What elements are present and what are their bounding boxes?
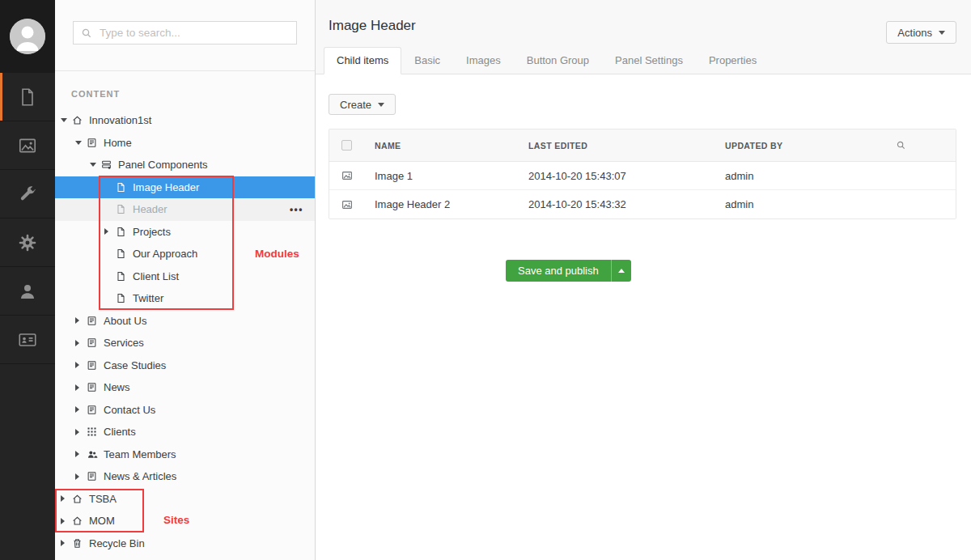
rail-item-members[interactable]	[0, 316, 55, 364]
tree-item-tsba[interactable]: TSBA	[55, 488, 315, 511]
expander-chevron-right-icon[interactable]	[75, 340, 86, 346]
tree-item-home[interactable]: Home	[55, 132, 315, 155]
tree-item-projects[interactable]: Projects	[55, 221, 315, 244]
cell-last-edited: 2014-10-20 15:43:07	[528, 170, 725, 182]
rail-item-users[interactable]	[0, 267, 55, 316]
tree-item-label: About Us	[104, 315, 146, 327]
expander-chevron-right-icon[interactable]	[61, 518, 71, 524]
cell-name[interactable]: Image 1	[375, 170, 528, 182]
rail-item-content[interactable]	[0, 73, 55, 121]
expander-chevron-right-icon[interactable]	[75, 473, 86, 480]
home-icon	[71, 115, 83, 126]
search-input[interactable]	[98, 26, 289, 40]
expander-chevron-down-icon[interactable]	[61, 118, 71, 122]
cell-updated-by: admin	[725, 198, 896, 210]
table-search-icon[interactable]	[896, 140, 906, 151]
tab-properties[interactable]: Properties	[696, 47, 770, 74]
content-tree-sidebar: CONTENT Innovation1stHomePanel Component…	[55, 0, 316, 560]
rail-item-settings[interactable]	[0, 170, 55, 218]
expander-chevron-right-icon[interactable]	[61, 495, 71, 502]
cell-updated-by: admin	[725, 170, 896, 182]
table-row[interactable]: Image Header 22014-10-20 15:43:32admin	[329, 190, 956, 218]
item-options-button[interactable]: •••	[290, 204, 303, 215]
expander-chevron-right-icon[interactable]	[75, 451, 86, 457]
expander-chevron-down-icon[interactable]	[75, 141, 86, 145]
rail-item-media[interactable]	[0, 121, 55, 170]
tree-item-image-header[interactable]: Image Header	[55, 176, 315, 199]
expander-chevron-right-icon[interactable]	[61, 540, 71, 546]
panels-icon	[100, 159, 112, 171]
expander-chevron-right-icon[interactable]	[75, 362, 86, 368]
article-icon	[86, 137, 98, 148]
tree-item-label: Image Header	[133, 181, 199, 193]
expander-chevron-right-icon[interactable]	[75, 406, 86, 413]
tree-item-clients[interactable]: Clients	[55, 421, 315, 443]
footer-actions: Save and publish	[329, 260, 956, 282]
article-icon	[86, 337, 98, 349]
tab-basic[interactable]: Basic	[401, 47, 453, 74]
tree-item-case-studies[interactable]: Case Studies	[55, 354, 315, 377]
tree-item-label: Projects	[133, 226, 171, 238]
tree-item-twitter[interactable]: Twitter	[55, 287, 315, 310]
expander-chevron-right-icon[interactable]	[75, 317, 86, 324]
actions-button[interactable]: Actions	[886, 21, 956, 44]
article-icon	[86, 404, 98, 415]
image-doc-icon	[341, 170, 353, 181]
editor-body: Create NAME LAST EDITED UPDATED BY	[316, 74, 971, 560]
save-and-publish-button[interactable]: Save and publish	[506, 260, 631, 282]
doc-icon	[115, 248, 127, 260]
rail-item-developer[interactable]	[0, 218, 55, 267]
tree-item-our-approach[interactable]: Our Approach	[55, 243, 315, 265]
tree-item-header[interactable]: Header•••	[55, 198, 315, 221]
trash-icon	[71, 537, 83, 549]
expander-chevron-right-icon[interactable]	[75, 384, 86, 391]
expander-chevron-right-icon[interactable]	[75, 429, 86, 435]
tab-button-group[interactable]: Button Group	[514, 47, 602, 74]
tree-item-team-members[interactable]: Team Members	[55, 443, 315, 466]
chevron-up-icon	[618, 269, 625, 273]
child-items-table: NAME LAST EDITED UPDATED BY Image 12014-…	[329, 129, 956, 219]
article-icon	[86, 359, 98, 371]
tree-item-about-us[interactable]: About Us	[55, 310, 315, 333]
select-all-checkbox[interactable]	[341, 140, 352, 151]
tree-item-label: Contact Us	[104, 404, 155, 416]
tab-panel-settings[interactable]: Panel Settings	[602, 47, 696, 74]
tree-item-panel-components[interactable]: Panel Components	[55, 154, 315, 176]
editor-tabs: Child itemsBasicImagesButton GroupPanel …	[324, 47, 770, 74]
pages-icon	[17, 87, 38, 108]
doc-icon	[115, 270, 127, 282]
article-icon	[86, 382, 98, 393]
tree-item-label: Client List	[133, 270, 179, 282]
tree-item-label: Header	[133, 203, 167, 215]
tree-item-mom[interactable]: MOM	[55, 510, 315, 532]
create-button[interactable]: Create	[329, 94, 396, 115]
tab-images[interactable]: Images	[453, 47, 514, 74]
tree-item-news[interactable]: News	[55, 376, 315, 399]
column-header-name[interactable]: NAME	[375, 141, 528, 151]
user-avatar[interactable]	[0, 0, 55, 73]
expander-chevron-right-icon[interactable]	[104, 228, 115, 235]
tab-child-items[interactable]: Child items	[324, 47, 401, 74]
tree-item-label: Twitter	[133, 292, 163, 304]
expander-chevron-down-icon[interactable]	[90, 163, 100, 167]
actions-button-label: Actions	[897, 27, 932, 39]
tree-item-innovation1st[interactable]: Innovation1st	[55, 109, 315, 132]
tree-item-contact-us[interactable]: Contact Us	[55, 399, 315, 422]
publish-options-toggle[interactable]	[611, 260, 631, 282]
cell-name[interactable]: Image Header 2	[375, 198, 528, 210]
editor-header: Image Header Actions Child itemsBasicIma…	[316, 0, 971, 74]
chevron-down-icon	[939, 31, 945, 35]
column-header-last-edited[interactable]: LAST EDITED	[528, 141, 725, 151]
tree-item-services[interactable]: Services	[55, 332, 315, 354]
tree-item-news-articles[interactable]: News & Articles	[55, 465, 315, 488]
idcard-icon	[17, 329, 38, 350]
users-icon	[86, 448, 98, 460]
cell-last-edited: 2014-10-20 15:43:32	[528, 198, 725, 210]
search-icon	[81, 28, 92, 39]
tree-item-label: MOM	[89, 515, 115, 527]
tree-item-client-list[interactable]: Client List	[55, 265, 315, 288]
table-row[interactable]: Image 12014-10-20 15:43:07admin	[329, 162, 956, 190]
tree-item-label: Our Approach	[133, 248, 197, 260]
tree-item-recycle-bin[interactable]: Recycle Bin	[55, 532, 315, 555]
column-header-updated-by[interactable]: UPDATED BY	[725, 141, 896, 151]
